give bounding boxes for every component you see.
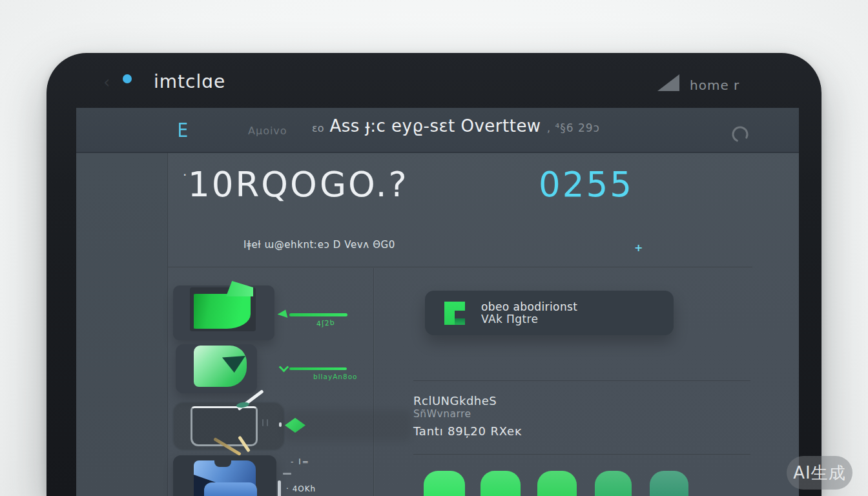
back-chevron-icon[interactable]: ‹ [103, 72, 110, 92]
page-title-suffix: , ⁴§6 29ɔ [547, 121, 600, 134]
vertical-divider [373, 268, 374, 496]
folder-front-flap [204, 482, 257, 496]
header-bar: E Aμoivo ɛo Ass ɟ:ϲ eyϱ-sɛt Overttew , ⁴… [76, 108, 799, 153]
row-4-vertical-bar [278, 480, 281, 496]
stat-value-1: 10RQO [188, 165, 319, 204]
green-folder-icon-1[interactable] [190, 287, 256, 331]
divider [168, 267, 752, 268]
app-logo-text: imtclɑe [154, 71, 225, 92]
screen: E Aμoivo ɛo Ass ɟ:ϲ eyϱ-sɛt Overttew , ⁴… [76, 108, 799, 496]
row-4-label-top: - I= [291, 457, 310, 466]
outline-box-icon[interactable] [191, 406, 258, 446]
chevron-down-icon [279, 362, 289, 373]
signal-triangle-icon [657, 74, 679, 91]
info-card-line-1: obeo abodirionst [481, 301, 577, 313]
green-pill-4[interactable] [595, 471, 632, 496]
tick-marks [262, 419, 268, 426]
green-pill-5[interactable] [650, 471, 688, 496]
folder-corner-triangle [222, 356, 245, 373]
blue-folder-icon[interactable] [194, 459, 260, 496]
green-folder-icon-2[interactable] [194, 346, 247, 387]
green-pill-3[interactable] [537, 471, 577, 496]
tick-line [267, 419, 268, 426]
add-icon[interactable]: + [634, 242, 643, 254]
page-title: ɛo Ass ɟ:ϲ eyϱ-sɛt Overttew , ⁴§6 29ɔ [312, 116, 600, 136]
page-title-prefix: ɛo [312, 122, 324, 134]
divider [413, 454, 750, 455]
row-4-label-bottom: · 4OKh [286, 484, 316, 493]
folder-tab-notch [214, 459, 231, 467]
progress-label-2: bllayAn8oo [313, 373, 358, 380]
tick-line [262, 419, 264, 426]
folder-tab [226, 281, 253, 296]
menu-icon[interactable]: E [177, 118, 188, 141]
folder-body [194, 294, 251, 329]
green-app-logo-icon [444, 302, 465, 325]
progress-label-1: 4ʃ2b [316, 318, 335, 328]
progress-bar-1[interactable] [289, 313, 347, 316]
progress-arrow-icon-1 [277, 309, 288, 320]
divider [413, 380, 750, 382]
green-pill-2[interactable] [480, 471, 521, 496]
details-line-1: RclUNGkdheS [413, 394, 497, 408]
progress-bar-2[interactable] [289, 367, 347, 370]
info-card-text: obeo abodirionst VAk Пgtre [481, 301, 577, 326]
row-4-dash [283, 473, 291, 475]
app-logo-ring-icon [123, 74, 132, 83]
page-title-main: Ass ɟ:ϲ eyϱ-sɛt Overttew [329, 116, 541, 136]
left-sidebar [76, 153, 168, 496]
device-top-bar: ‹ imtclɑe home r [46, 53, 822, 108]
stats-caption: Iǂeƚ ɯ@ehkntːeɔ D Vevʌ ΘG0 [243, 239, 395, 251]
details-line-2: SñWvnarre [413, 408, 471, 420]
info-card-line-2: VAk Пgtre [481, 313, 577, 326]
details-line-3: Tantı 89Ļ20 RXeĸ [413, 424, 522, 438]
ai-watermark-badge: AI生成 [787, 456, 852, 490]
green-pill-1[interactable] [424, 471, 465, 496]
stat-value-3: 0255 [539, 165, 634, 204]
status-label: home r [690, 78, 739, 93]
search-ring-icon[interactable] [730, 125, 750, 144]
stat-value-2: GO.? [320, 165, 409, 204]
stat-tick-mark: · [183, 167, 187, 183]
small-dot [279, 422, 282, 427]
nav-label[interactable]: Aμoivo [248, 125, 287, 137]
info-card[interactable]: obeo abodirionst VAk Пgtre [425, 291, 674, 335]
